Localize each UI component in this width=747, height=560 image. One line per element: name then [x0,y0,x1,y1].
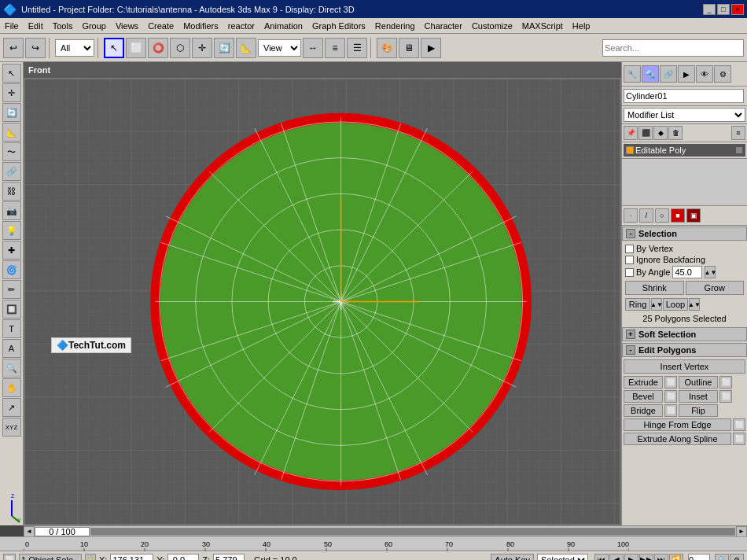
minimize-button[interactable]: _ [703,4,716,15]
extrude-spline-settings-btn[interactable]: ⬜ [733,433,745,445]
menu-customize[interactable]: Customize [467,20,517,32]
viewport-canvas[interactable] [24,78,621,525]
lt-type2[interactable]: A [2,339,21,358]
align-tool[interactable]: ≡ [325,38,345,58]
bevel-button[interactable]: Bevel [624,390,663,403]
edit-polygons-header[interactable]: - Edit Polygons [622,343,747,357]
frame-number-input[interactable] [688,554,710,561]
sel-edge-icon[interactable]: / [639,208,653,223]
lt-light[interactable]: 💡 [2,221,21,240]
ring-button[interactable]: Ring [625,298,650,311]
by-vertex-checkbox[interactable] [625,245,634,253]
timeline-track[interactable] [90,528,735,536]
menu-graph-editors[interactable]: Graph Editors [307,20,370,32]
flip-button[interactable]: Flip [679,404,718,417]
lt-xyz[interactable]: XYZ [2,418,21,437]
loop-button[interactable]: Loop [663,298,688,311]
menu-reactor[interactable]: reactor [223,20,259,32]
extrude-settings-btn[interactable]: ⬜ [664,376,677,389]
configure-icon[interactable]: ≡ [731,126,745,140]
select-region-fence[interactable]: ⬡ [170,38,190,58]
ring-spinner[interactable]: ▲▼ [651,298,662,311]
menu-views[interactable]: Views [111,20,143,32]
y-coord-input[interactable] [167,554,199,561]
menu-rendering[interactable]: Rendering [370,20,420,32]
quick-render[interactable]: ▶ [421,38,441,58]
mirror-tool[interactable]: ↔ [303,38,323,58]
display-panel-icon[interactable]: 👁 [696,65,713,83]
create-panel-icon[interactable]: 🔧 [624,65,641,83]
search-input[interactable] [602,39,744,57]
sel-element-icon[interactable]: ▣ [686,208,701,223]
modifier-list-select[interactable]: Modifier List [624,108,745,122]
bridge-button[interactable]: Bridge [624,404,663,417]
make-unique-icon[interactable]: ◆ [653,126,668,140]
selection-mode-select[interactable]: Selected [537,554,588,561]
select-tool[interactable]: ↖ [104,38,124,58]
inset-button[interactable]: Inset [679,390,718,403]
move-tool[interactable]: ✛ [192,38,212,58]
menu-create[interactable]: Create [143,20,178,32]
edit-polygons-collapse-btn[interactable]: - [626,345,635,355]
lt-scale[interactable]: 📐 [2,123,21,142]
statusbar-icon[interactable]: ⬜ [3,554,16,561]
menu-file[interactable]: File [0,20,24,32]
redo-button[interactable]: ↪ [25,38,46,58]
lt-zoom[interactable]: 🔍 [2,359,21,378]
lt-rotate[interactable]: 🔄 [2,103,21,122]
hinge-settings-btn[interactable]: ⬜ [733,418,745,431]
play-mode-btn[interactable]: 🔁 [669,554,683,561]
scale-tool[interactable]: 📐 [236,38,256,58]
modify-panel-icon[interactable]: 🔩 [642,65,659,83]
sel-poly-icon[interactable]: ■ [671,208,685,223]
lt-spacewarp[interactable]: 🌀 [2,260,21,279]
bevel-settings-btn[interactable]: ⬜ [664,390,677,403]
lt-spline[interactable]: 〜 [2,142,21,161]
lock-icon[interactable]: 🔓 [85,554,96,561]
menu-tools[interactable]: Tools [48,20,78,32]
outline-button[interactable]: Outline [679,376,718,389]
extrude-button[interactable]: Extrude [624,376,663,389]
selection-collapse-btn[interactable]: - [626,229,635,238]
scroll-left-btn[interactable]: ◄ [24,526,35,537]
menu-animation[interactable]: Animation [259,20,307,32]
menu-edit[interactable]: Edit [24,20,48,32]
grow-button[interactable]: Grow [686,281,745,295]
lt-camera[interactable]: 📷 [2,201,21,220]
menu-modifiers[interactable]: Modifiers [178,20,223,32]
lt-unlink[interactable]: ⛓ [2,182,21,201]
editable-poly-item[interactable]: Editable Poly [624,144,745,157]
prev-frame-btn[interactable]: ◀ [609,554,624,561]
lt-arc[interactable]: ↗ [2,398,21,417]
material-editor[interactable]: 🎨 [377,38,397,58]
by-angle-input[interactable] [672,266,702,278]
lt-pan[interactable]: ✋ [2,378,21,397]
hierarchy-panel-icon[interactable]: 🔗 [660,65,677,83]
shrink-button[interactable]: Shrink [625,281,684,295]
lt-snap[interactable]: 🔲 [2,300,21,319]
play-btn[interactable]: ▶ [624,554,638,561]
lt-paint[interactable]: ✏ [2,280,21,299]
lt-move[interactable]: ✛ [2,83,21,102]
soft-selection-expand-btn[interactable]: + [626,330,635,339]
z-coord-input[interactable] [213,554,245,561]
object-name-input[interactable] [624,89,744,103]
soft-selection-header[interactable]: + Soft Selection [622,327,747,341]
outline-settings-btn[interactable]: ⬜ [719,376,732,389]
loop-spinner[interactable]: ▲▼ [689,298,700,311]
next-frame-btn[interactable]: ▶▶ [639,554,653,561]
bridge-settings-btn[interactable]: ⬜ [664,404,677,417]
filter-icon[interactable]: ⚙ [730,554,744,561]
menu-maxscript[interactable]: MAXScript [517,20,568,32]
selection-section-header[interactable]: - Selection [622,227,747,241]
pin-stack-icon[interactable]: 📌 [624,126,638,140]
named-sel[interactable]: ☰ [347,38,367,58]
select-region-rect[interactable]: ⬜ [126,38,146,58]
maximize-button[interactable]: □ [717,4,730,15]
by-angle-checkbox[interactable] [625,268,634,277]
remove-modifier-icon[interactable]: 🗑 [668,126,683,140]
show-end-result-icon[interactable]: ⬛ [638,126,653,140]
lt-type1[interactable]: T [2,319,21,338]
auto-key-button[interactable]: Auto Key [491,554,534,561]
rotate-tool[interactable]: 🔄 [214,38,234,58]
